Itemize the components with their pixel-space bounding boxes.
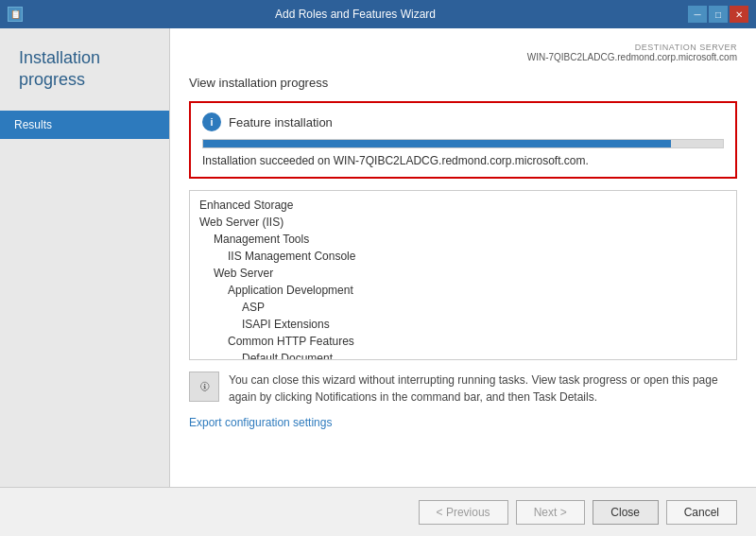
success-text: Installation succeeded on WIN-7QIBC2LADC… bbox=[202, 154, 724, 167]
list-item: IIS Management Console bbox=[190, 248, 736, 265]
list-item: Web Server bbox=[190, 265, 736, 282]
sidebar-item-results[interactable]: Results bbox=[0, 111, 169, 139]
notice-text: You can close this wizard without interr… bbox=[229, 372, 737, 406]
left-panel: Installation progress Results bbox=[0, 28, 170, 487]
main-container: Installation progress Results DESTINATIO… bbox=[0, 28, 756, 536]
minimize-button[interactable]: ─ bbox=[688, 6, 707, 23]
page-title: Installation progress bbox=[0, 47, 169, 111]
content-area: Installation progress Results DESTINATIO… bbox=[0, 28, 756, 487]
progress-bar-container bbox=[202, 139, 724, 148]
next-button[interactable]: Next > bbox=[516, 500, 585, 525]
list-item: Enhanced Storage bbox=[190, 197, 736, 214]
list-item: Web Server (IIS) bbox=[190, 214, 736, 231]
footer: < Previous Next > Close Cancel bbox=[0, 487, 756, 536]
feature-installation-box: i Feature installation Installation succ… bbox=[189, 101, 737, 179]
list-item: ASP bbox=[190, 299, 736, 316]
notice-box: 🛈 You can close this wizard without inte… bbox=[189, 372, 737, 406]
feature-title: Feature installation bbox=[229, 115, 333, 130]
window-title: Add Roles and Features Wizard bbox=[23, 8, 688, 21]
list-item: Management Tools bbox=[190, 231, 736, 248]
destination-server-label: DESTINATION SERVER bbox=[527, 43, 737, 52]
list-item: ISAPI Extensions bbox=[190, 316, 736, 333]
list-item: Default Document bbox=[190, 350, 736, 360]
feature-list[interactable]: Enhanced StorageWeb Server (IIS)Manageme… bbox=[189, 190, 737, 360]
section-title: View installation progress bbox=[189, 76, 737, 90]
list-item: Common HTTP Features bbox=[190, 333, 736, 350]
export-link[interactable]: Export configuration settings bbox=[189, 416, 332, 429]
window-controls: ─ □ ✕ bbox=[688, 6, 748, 23]
window-close-button[interactable]: ✕ bbox=[730, 6, 748, 23]
right-panel: DESTINATION SERVER WIN-7QIBC2LADCG.redmo… bbox=[170, 28, 756, 487]
feature-header: i Feature installation bbox=[202, 112, 724, 131]
destination-server-info: DESTINATION SERVER WIN-7QIBC2LADCG.redmo… bbox=[527, 43, 737, 62]
previous-button[interactable]: < Previous bbox=[419, 500, 508, 525]
progress-bar bbox=[203, 140, 671, 147]
destination-server-value: WIN-7QIBC2LADCG.redmond.corp.microsoft.c… bbox=[527, 52, 737, 62]
maximize-button[interactable]: □ bbox=[709, 6, 728, 23]
list-item: Application Development bbox=[190, 282, 736, 299]
app-icon: 📋 bbox=[8, 7, 23, 22]
title-bar: 📋 Add Roles and Features Wizard ─ □ ✕ bbox=[0, 0, 756, 28]
cancel-button[interactable]: Cancel bbox=[666, 500, 737, 525]
close-button[interactable]: Close bbox=[593, 500, 659, 525]
feature-list-inner: Enhanced StorageWeb Server (IIS)Manageme… bbox=[190, 191, 736, 360]
notice-icon: 🛈 bbox=[189, 372, 219, 402]
info-icon: i bbox=[202, 112, 221, 131]
